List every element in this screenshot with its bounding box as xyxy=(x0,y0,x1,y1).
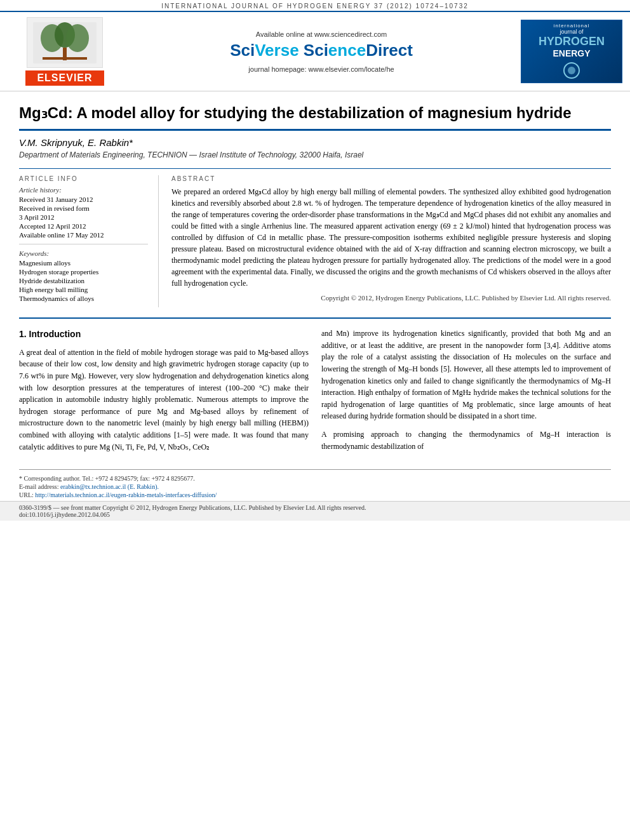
elsevier-tree-icon xyxy=(27,17,103,68)
abstract-label: Abstract xyxy=(171,175,611,182)
main-content: Mg₃Cd: A model alloy for studying the de… xyxy=(0,103,630,498)
svg-point-3 xyxy=(66,24,89,52)
url-label: URL: xyxy=(19,491,34,498)
affiliation: Department of Materials Engineering, TEC… xyxy=(19,150,611,159)
keyword-1: Magnesium alloys xyxy=(19,259,148,267)
info-abstract-row: Article Info Article history: Received 3… xyxy=(19,168,611,307)
journal-word-label: journal of xyxy=(560,29,583,35)
url-line: URL: http://materials.technion.ac.il/eug… xyxy=(19,491,611,498)
body-left-column: 1. Introduction A great deal of attentio… xyxy=(19,328,309,459)
email-label: E-mail address: xyxy=(19,483,58,490)
issn-line: 0360-3199/$ — see front matter Copyright… xyxy=(19,504,611,511)
intl-label: international xyxy=(554,23,590,29)
sciverse-logo: SciVerse ScienceDirect xyxy=(122,41,521,60)
accepted-date: Accepted 12 April 2012 xyxy=(19,222,148,230)
article-title: Mg₃Cd: A model alloy for studying the de… xyxy=(19,103,611,131)
copyright-text: Copyright © 2012, Hydrogen Energy Public… xyxy=(171,294,611,302)
intro-paragraph-2: and Mn) improve its hydrogenation kineti… xyxy=(321,328,611,422)
svg-rect-5 xyxy=(43,57,87,60)
url-link[interactable]: http://materials.technion.ac.il/eugen-ra… xyxy=(35,491,217,498)
article-info-label: Article Info xyxy=(19,175,148,182)
available-online-text: Available online at www.sciencedirect.co… xyxy=(122,30,521,38)
intro-paragraph-3: A promising approach to changing the the… xyxy=(321,429,611,452)
online-date: Available online 17 May 2012 xyxy=(19,231,148,239)
email-link[interactable]: erabkin@tx.technion.ac.il (E. Rabkin). xyxy=(60,483,159,490)
hydrogen-energy-logo: international journal of HYDROGEN ENERGY xyxy=(521,20,622,83)
elsevier-text: ELSEVIER xyxy=(25,70,104,86)
keywords-label: Keywords: xyxy=(19,250,148,257)
intro-paragraph-1: A great deal of attention in the field o… xyxy=(19,347,309,453)
footer-bar: 0360-3199/$ — see front matter Copyright… xyxy=(0,501,630,521)
authors: V.M. Skripnyuk, E. Rabkin* xyxy=(19,137,611,148)
received-date: Received 31 January 2012 xyxy=(19,196,148,203)
abstract-column: Abstract We prepared an ordered Mg₃Cd al… xyxy=(171,175,611,307)
body-content: 1. Introduction A great deal of attentio… xyxy=(19,317,611,459)
article-history-label: Article history: xyxy=(19,186,148,194)
keywords-list: Magnesium alloys Hydrogen storage proper… xyxy=(19,259,148,302)
hydrogen-word-label: HYDROGEN xyxy=(539,35,605,48)
article-history-section: Article history: Received 31 January 201… xyxy=(19,186,148,239)
keyword-5: Thermodynamics of alloys xyxy=(19,295,148,302)
energy-word-label: ENERGY xyxy=(553,48,590,58)
journal-header-bar: International Journal of Hydrogen Energy… xyxy=(0,0,630,12)
body-right-column: and Mn) improve its hydrogenation kineti… xyxy=(321,328,611,459)
elsevier-logo: ELSEVIER xyxy=(8,17,122,86)
keyword-4: High energy ball milling xyxy=(19,286,148,293)
doi-line: doi:10.1016/j.ijhydene.2012.04.065 xyxy=(19,511,611,518)
journal-name-header: International Journal of Hydrogen Energy… xyxy=(161,3,469,10)
footer-notes: * Corresponding author. Tel.: +972 4 829… xyxy=(19,469,611,498)
keywords-section: Keywords: Magnesium alloys Hydrogen stor… xyxy=(19,250,148,302)
revised-date: 3 April 2012 xyxy=(19,213,148,221)
keyword-2: Hydrogen storage properties xyxy=(19,268,148,276)
email-line: E-mail address: erabkin@tx.technion.ac.i… xyxy=(19,483,611,490)
journal-homepage-text: journal homepage: www.elsevier.com/locat… xyxy=(122,65,521,73)
abstract-text: We prepared an ordered Mg₃Cd alloy by hi… xyxy=(171,186,611,289)
sciverse-center: Available online at www.sciencedirect.co… xyxy=(122,30,521,73)
keyword-3: Hydride destabilization xyxy=(19,277,148,284)
introduction-title: 1. Introduction xyxy=(19,328,309,342)
corresponding-note: * Corresponding author. Tel.: +972 4 829… xyxy=(19,475,611,482)
article-info-column: Article Info Article history: Received 3… xyxy=(19,175,159,307)
svg-point-7 xyxy=(568,67,575,74)
received-revised-label: Received in revised form xyxy=(19,204,148,212)
logos-row: ELSEVIER Available online at www.science… xyxy=(0,12,630,91)
